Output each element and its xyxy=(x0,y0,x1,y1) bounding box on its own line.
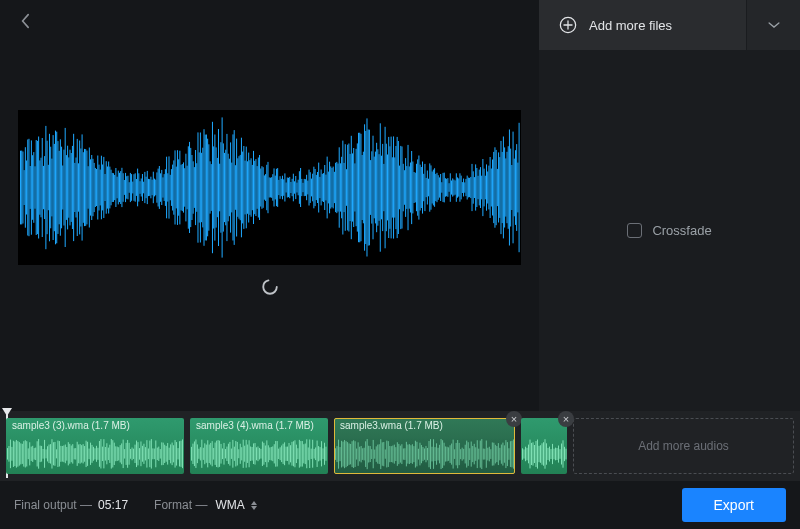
svg-rect-315 xyxy=(399,166,400,210)
svg-rect-215 xyxy=(278,180,279,195)
svg-rect-468 xyxy=(83,444,84,463)
svg-rect-479 xyxy=(99,441,100,467)
svg-rect-658 xyxy=(380,439,381,469)
svg-rect-77 xyxy=(112,173,113,202)
svg-rect-34 xyxy=(60,139,61,235)
svg-rect-652 xyxy=(371,449,372,459)
svg-rect-123 xyxy=(167,173,168,201)
svg-rect-498 xyxy=(127,440,128,468)
svg-rect-452 xyxy=(59,441,60,466)
svg-rect-132 xyxy=(178,159,179,215)
svg-rect-572 xyxy=(244,446,245,462)
svg-rect-368 xyxy=(463,179,464,197)
svg-rect-12 xyxy=(33,152,34,223)
svg-rect-344 xyxy=(434,168,435,207)
svg-rect-539 xyxy=(195,439,196,467)
svg-rect-393 xyxy=(493,152,494,223)
timeline[interactable]: sample3 (3).wma (1.7 MB) sample3 (4).wma… xyxy=(0,411,800,481)
svg-rect-670 xyxy=(398,444,399,464)
svg-rect-310 xyxy=(393,136,394,238)
audio-clip[interactable]: sample3 (4).wma (1.7 MB) xyxy=(190,418,328,474)
svg-rect-492 xyxy=(118,447,119,460)
format-selector[interactable]: Format — WMA xyxy=(154,498,257,512)
svg-rect-748 xyxy=(524,449,525,458)
svg-rect-179 xyxy=(235,165,236,210)
svg-rect-71 xyxy=(105,174,106,201)
final-output-time: 05:17 xyxy=(98,498,128,512)
svg-rect-137 xyxy=(184,168,185,207)
svg-rect-482 xyxy=(103,439,104,468)
svg-rect-430 xyxy=(26,441,27,466)
remove-clip-button[interactable]: × xyxy=(558,411,574,427)
svg-rect-72 xyxy=(106,161,107,214)
svg-rect-398 xyxy=(499,157,500,218)
svg-rect-695 xyxy=(436,443,437,464)
svg-rect-298 xyxy=(379,154,380,221)
svg-rect-449 xyxy=(54,442,55,466)
svg-rect-567 xyxy=(237,442,238,466)
svg-rect-301 xyxy=(382,144,383,231)
audio-clip[interactable]: sample3 (3).wma (1.7 MB) xyxy=(6,418,184,474)
svg-rect-506 xyxy=(139,448,140,460)
add-more-files-button[interactable]: Add more files xyxy=(539,0,746,50)
svg-rect-491 xyxy=(117,447,118,461)
svg-rect-609 xyxy=(299,440,300,468)
svg-rect-444 xyxy=(47,446,48,461)
export-button[interactable]: Export xyxy=(682,488,786,522)
svg-rect-228 xyxy=(294,181,295,193)
svg-rect-400 xyxy=(502,152,503,223)
checkbox-icon xyxy=(627,223,642,238)
svg-rect-715 xyxy=(466,441,467,468)
svg-rect-729 xyxy=(487,448,488,461)
expand-options-button[interactable] xyxy=(746,0,800,50)
svg-rect-433 xyxy=(31,447,32,461)
svg-rect-102 xyxy=(142,174,143,201)
svg-rect-700 xyxy=(444,443,445,466)
svg-rect-235 xyxy=(302,183,303,192)
audio-clip[interactable] xyxy=(521,418,567,474)
svg-rect-434 xyxy=(32,446,33,462)
svg-rect-377 xyxy=(474,177,475,198)
back-button[interactable] xyxy=(16,12,34,30)
add-more-audios-button[interactable]: Add more audios xyxy=(573,418,794,474)
remove-clip-button[interactable]: × xyxy=(506,411,522,427)
svg-rect-769 xyxy=(555,448,556,461)
svg-rect-760 xyxy=(542,443,543,464)
svg-rect-591 xyxy=(272,446,273,461)
svg-rect-288 xyxy=(366,118,367,256)
svg-rect-763 xyxy=(546,443,547,464)
svg-rect-362 xyxy=(456,173,457,202)
svg-rect-702 xyxy=(447,447,448,462)
svg-rect-774 xyxy=(563,440,564,467)
svg-rect-674 xyxy=(404,448,405,460)
svg-rect-188 xyxy=(246,147,247,229)
svg-rect-490 xyxy=(115,446,116,461)
svg-rect-349 xyxy=(440,174,441,201)
svg-rect-524 xyxy=(166,446,167,462)
svg-rect-526 xyxy=(169,448,170,460)
audio-clip-selected[interactable]: sample3.wma (1.7 MB) xyxy=(334,418,515,474)
svg-rect-504 xyxy=(136,441,137,467)
svg-rect-445 xyxy=(49,445,50,464)
crossfade-toggle[interactable]: Crossfade xyxy=(627,223,711,238)
svg-rect-189 xyxy=(247,161,248,214)
svg-rect-732 xyxy=(492,442,493,465)
svg-rect-85 xyxy=(121,168,122,207)
svg-rect-588 xyxy=(268,445,269,462)
svg-rect-158 xyxy=(210,161,211,213)
svg-rect-289 xyxy=(368,130,369,246)
svg-rect-742 xyxy=(507,442,508,466)
svg-rect-28 xyxy=(53,135,54,240)
svg-rect-626 xyxy=(324,443,325,465)
svg-rect-417 xyxy=(7,448,8,459)
svg-rect-453 xyxy=(60,446,61,462)
svg-rect-775 xyxy=(564,447,565,461)
loading-spinner-icon xyxy=(261,278,279,296)
svg-rect-4 xyxy=(24,170,25,205)
svg-rect-546 xyxy=(206,445,207,463)
svg-rect-517 xyxy=(155,440,156,467)
svg-rect-601 xyxy=(287,447,288,461)
waveform-main[interactable] xyxy=(18,110,521,265)
svg-rect-476 xyxy=(94,448,95,459)
close-icon: × xyxy=(511,413,517,425)
